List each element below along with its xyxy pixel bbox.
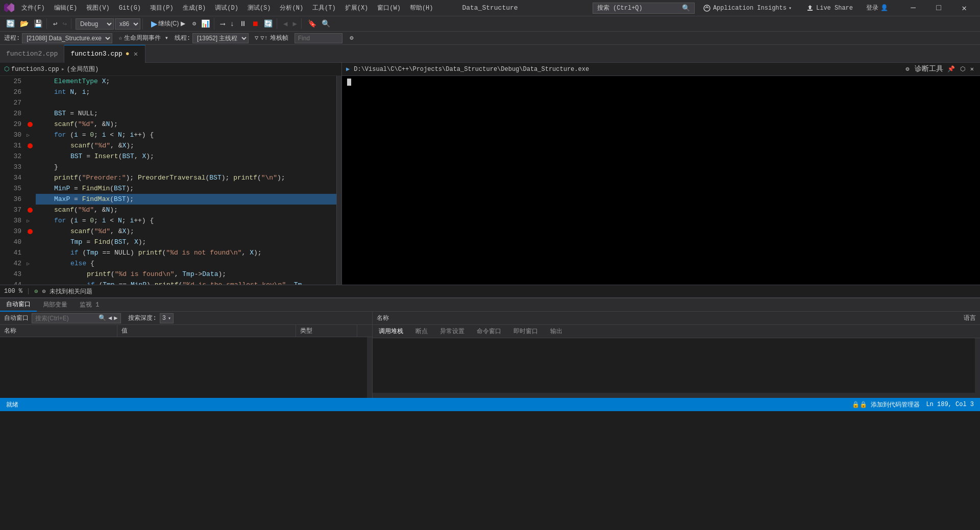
menu-window[interactable]: 窗口(W) (373, 3, 405, 13)
terminal-body[interactable] (342, 76, 980, 285)
menu-edit[interactable]: 编辑(E) (50, 3, 82, 13)
zoom-level[interactable]: 100 % (4, 288, 22, 295)
live-share-button[interactable]: Live Share (802, 3, 857, 13)
restart-button[interactable]: 🔄 (262, 18, 275, 29)
code-line-32[interactable]: BST = Insert(BST, X); (36, 151, 336, 162)
platform-select[interactable]: x86 x64 (115, 18, 140, 30)
application-insights-button[interactable]: Application Insights ▾ (699, 3, 796, 13)
code-line-44[interactable]: if (Tmp == MinP) printf("%d is the small… (36, 280, 336, 285)
tab-function2[interactable]: function2.cpp (0, 45, 64, 63)
auto-search-input[interactable] (35, 315, 96, 322)
fold-38[interactable]: ▷ (27, 218, 30, 224)
login-button[interactable]: 登录 👤 (863, 3, 891, 13)
attach-button[interactable]: ⚙ (190, 19, 198, 29)
add-to-scm-button[interactable]: 🔒 🔒 添加到代码管理器 (850, 400, 922, 409)
editor-scrollbar[interactable] (336, 76, 341, 285)
code-content[interactable]: ElementType X; int N, i; BST = NULL; sca… (36, 76, 336, 285)
code-line-26[interactable]: int N, i; (36, 87, 336, 97)
continue-button[interactable]: ▶ 继续(C) ▶ (147, 18, 189, 30)
forward-button[interactable]: ▶ (290, 18, 299, 29)
search-box[interactable]: 搜索 (Ctrl+Q) 🔍 (593, 3, 695, 14)
line-col-status[interactable]: Ln 189, Col 3 (924, 401, 976, 408)
terminal-pin-icon[interactable]: 📌 (945, 64, 957, 74)
stop-button[interactable]: ⏹ (250, 19, 261, 29)
code-line-42[interactable]: else { (36, 258, 336, 269)
code-line-34[interactable]: printf("Preorder:"); PreorderTraversal(B… (36, 172, 336, 183)
code-line-35[interactable]: MinP = FindMin(BST); (36, 183, 336, 194)
diagnostics-label[interactable]: 诊断工具 (915, 64, 943, 74)
nav-prev-icon[interactable]: ◀ (108, 314, 112, 322)
no-issues-label[interactable]: ⊙ 未找到相关问题 (42, 287, 92, 296)
tab-function3-close[interactable]: ✕ (133, 49, 139, 58)
step-into-button[interactable]: ↓ (228, 19, 236, 29)
new-button[interactable]: 🔄 (4, 18, 17, 29)
find-settings-button[interactable]: ⚙ (347, 33, 357, 43)
nav-next-icon[interactable]: ▶ (114, 314, 117, 322)
tab-function3[interactable]: function3.cpp ● ✕ (64, 45, 145, 63)
call-stack-scrollbar[interactable] (975, 338, 980, 398)
close-button[interactable]: ✕ (952, 0, 976, 16)
fold-42[interactable]: ▷ (27, 261, 30, 267)
step-over-button[interactable]: ⟶ (218, 18, 227, 29)
code-line-33[interactable]: } (36, 162, 336, 172)
maximize-button[interactable]: □ (927, 0, 950, 16)
code-line-25[interactable]: ElementType X; (36, 76, 336, 87)
menu-tools[interactable]: 工具(T) (308, 3, 340, 13)
menu-file[interactable]: 文件(F) (17, 3, 49, 13)
code-line-36[interactable]: MaxP = FindMax(BST); (36, 194, 336, 205)
process-select[interactable]: [21088] Data_Structure.exe (22, 33, 112, 43)
auto-search-box[interactable]: 🔍 ◀ ▶ (32, 313, 121, 323)
performance-button[interactable]: 📊 (199, 18, 212, 29)
tab-breakpoints[interactable]: 断点 (413, 326, 430, 337)
terminal-close-icon[interactable]: ✕ (968, 64, 976, 74)
tab-output[interactable]: 输出 (548, 326, 565, 337)
undo-button[interactable]: ↩ (51, 18, 59, 29)
code-line-29[interactable]: scanf("%d", &N); (36, 119, 336, 130)
tab-watch[interactable]: 监视 1 (74, 298, 105, 312)
menu-help[interactable]: 帮助(H) (406, 3, 437, 13)
depth-select-box[interactable]: 3 ▾ (160, 313, 174, 323)
tab-exception-settings[interactable]: 异常设置 (438, 326, 467, 337)
thread-select[interactable]: [13952] 主线程 (192, 33, 249, 43)
menu-test[interactable]: 测试(S) (243, 3, 275, 13)
find-input[interactable] (298, 35, 339, 42)
tab-command-window[interactable]: 命令窗口 (475, 326, 503, 337)
menu-extensions[interactable]: 扩展(X) (341, 3, 373, 13)
tab-local-vars[interactable]: 局部变量 (37, 298, 74, 312)
terminal-settings-icon[interactable]: ⚙ (902, 64, 913, 74)
ready-status[interactable]: 就绪 (4, 398, 20, 411)
save-all-button[interactable]: 💾 (32, 18, 44, 29)
code-line-39[interactable]: scanf("%d", &X); (36, 226, 336, 237)
minimize-button[interactable]: ─ (901, 0, 925, 16)
grid-scrollbar[interactable] (367, 337, 372, 398)
find-box[interactable] (295, 33, 342, 43)
code-line-27[interactable] (36, 97, 336, 108)
menu-git[interactable]: Git(G) (115, 4, 145, 13)
tab-call-stack[interactable]: 调用堆栈 (377, 326, 405, 337)
menu-analyze[interactable]: 分析(N) (276, 3, 307, 13)
config-select[interactable]: Debug Release (76, 18, 114, 30)
open-button[interactable]: 📂 (18, 18, 31, 29)
fold-30[interactable]: ▷ (27, 132, 30, 138)
code-line-31[interactable]: scanf("%d", &X); (36, 140, 336, 151)
back-button[interactable]: ◀ (281, 18, 289, 29)
code-line-28[interactable]: BST = NULL; (36, 108, 336, 119)
terminal-float-icon[interactable]: ⬡ (958, 64, 967, 74)
code-line-41[interactable]: if (Tmp == NULL) printf("%d is not found… (36, 247, 336, 258)
code-line-37[interactable]: scanf("%d", &N); (36, 205, 336, 215)
menu-project[interactable]: 项目(P) (146, 3, 178, 13)
code-area[interactable]: 25 26 27 28 29 30 31 32 33 34 35 36 37 3… (0, 76, 341, 285)
code-line-40[interactable]: Tmp = Find(BST, X); (36, 237, 336, 247)
bookmark-button[interactable]: 🔖 (306, 18, 318, 29)
code-line-38[interactable]: for (i = 0; i < N; i++) { (36, 215, 336, 226)
menu-build[interactable]: 生成(B) (179, 3, 210, 13)
call-stack-hscrollbar[interactable] (373, 393, 975, 398)
pause-button[interactable]: ⏸ (237, 19, 249, 29)
menu-view[interactable]: 视图(V) (82, 3, 114, 13)
tab-auto-window[interactable]: 自动窗口 (0, 298, 37, 312)
redo-button[interactable]: ↪ (60, 18, 68, 29)
find-button[interactable]: 🔍 (320, 18, 332, 29)
menu-debug[interactable]: 调试(D) (211, 3, 242, 13)
code-line-30[interactable]: for (i = 0; i < N; i++) { (36, 130, 336, 140)
tab-immediate-window[interactable]: 即时窗口 (511, 326, 540, 337)
